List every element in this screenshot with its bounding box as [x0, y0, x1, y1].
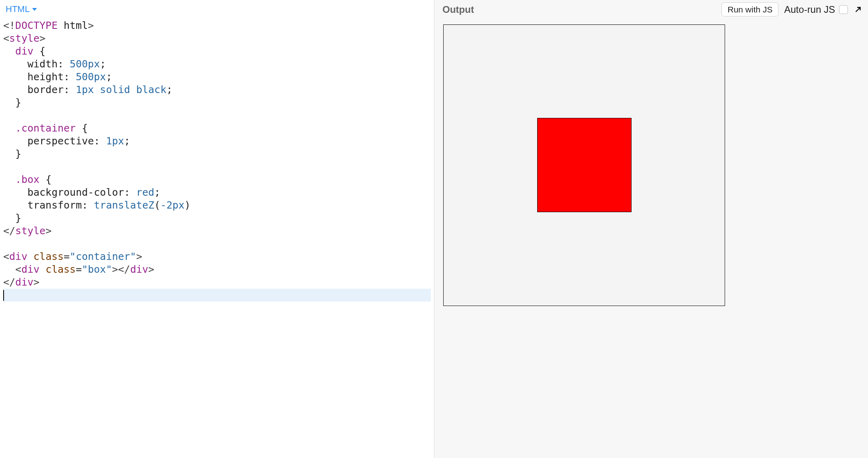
output-pane: Output Run with JS Auto-run JS: [434, 0, 868, 458]
code-line: <div class="container">: [3, 251, 142, 262]
app-root: HTML <!DOCTYPE html> <style> div { width…: [0, 0, 868, 458]
code-current-line: [3, 289, 431, 302]
chevron-down-icon: [32, 8, 37, 11]
code-line: transform: translateZ(-2px): [3, 199, 191, 211]
preview-box: [537, 118, 632, 212]
code-line: width: 500px;: [3, 58, 106, 70]
output-header: Output Run with JS Auto-run JS: [434, 0, 868, 19]
tab-html-label: HTML: [6, 4, 30, 14]
output-body: [434, 19, 868, 458]
code-line: <div class="box"></div>: [3, 263, 154, 275]
editor-pane: HTML <!DOCTYPE html> <style> div { width…: [0, 0, 434, 458]
autorun-toggle[interactable]: Auto-run JS: [784, 4, 848, 15]
code-line: [3, 109, 9, 121]
preview-container: [443, 24, 725, 306]
tab-html[interactable]: HTML: [6, 4, 37, 14]
code-line: background-color: red;: [3, 186, 160, 198]
code-line: [3, 238, 9, 249]
svg-line-0: [856, 7, 860, 12]
code-line: <style>: [3, 32, 45, 44]
code-line: </style>: [3, 225, 51, 237]
autorun-label: Auto-run JS: [784, 4, 835, 15]
code-line: border: 1px solid black;: [3, 84, 173, 95]
text-cursor: [3, 290, 4, 301]
code-line: perspective: 1px;: [3, 135, 130, 147]
code-editor[interactable]: <!DOCTYPE html> <style> div { width: 500…: [0, 17, 434, 458]
autorun-checkbox[interactable]: [839, 5, 848, 14]
code-line: .box {: [3, 174, 51, 185]
output-title: Output: [442, 4, 474, 15]
expand-icon[interactable]: [854, 5, 862, 14]
code-line: </div>: [3, 276, 39, 288]
code-line: div {: [3, 45, 45, 57]
code-line: .container {: [3, 122, 88, 134]
code-line: <!DOCTYPE html>: [3, 20, 94, 31]
editor-tabbar: HTML: [0, 0, 434, 17]
code-line: }: [3, 148, 21, 160]
run-with-js-button[interactable]: Run with JS: [721, 2, 778, 16]
code-line: }: [3, 97, 21, 108]
code-line: }: [3, 212, 21, 224]
code-line: [3, 161, 9, 172]
code-line: height: 500px;: [3, 71, 112, 83]
